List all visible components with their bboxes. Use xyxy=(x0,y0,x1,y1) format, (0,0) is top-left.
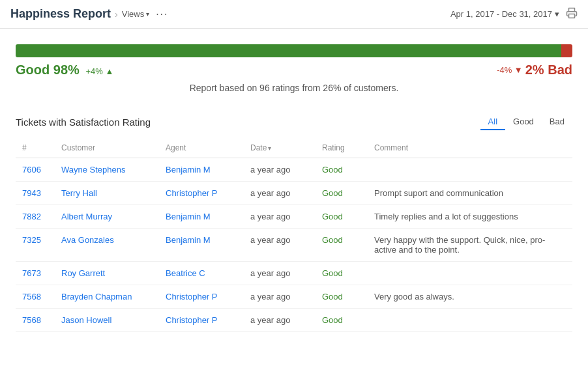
views-label: Views xyxy=(122,9,144,19)
cell-customer-3[interactable]: Ava Gonzales xyxy=(55,229,159,262)
col-header-rating: Rating xyxy=(316,138,368,158)
table-row: 7943 Terry Hall Christopher P a year ago… xyxy=(16,182,572,205)
good-percentage-label: Good 98% xyxy=(16,63,80,77)
table-row: 7606 Wayne Stephens Benjamin M a year ag… xyxy=(16,158,572,182)
bad-percentage-label: 2% Bad xyxy=(525,63,572,77)
filter-tab-good[interactable]: Good xyxy=(505,114,542,130)
cell-rating-5: Good xyxy=(316,285,368,309)
cell-agent-6[interactable]: Christopher P xyxy=(159,309,244,332)
cell-comment-3: Very happy with the support. Quick, nice… xyxy=(368,229,572,262)
good-progress-segment xyxy=(16,44,561,57)
cell-customer-4[interactable]: Roy Garrett xyxy=(55,262,159,285)
cell-comment-0 xyxy=(368,158,572,182)
table-row: 7673 Roy Garrett Beatrice C a year ago G… xyxy=(16,262,572,285)
cell-rating-4: Good xyxy=(316,262,368,285)
cell-rating-0: Good xyxy=(316,158,368,182)
views-arrow-icon: ▾ xyxy=(146,10,149,18)
breadcrumb-chevron: › xyxy=(115,9,118,20)
more-options-button[interactable]: ··· xyxy=(156,8,168,20)
bad-change-label: -4% ▼ xyxy=(497,65,523,75)
date-range-arrow-icon: ▾ xyxy=(555,9,559,19)
bad-progress-segment xyxy=(561,44,572,57)
filter-tab-bad[interactable]: Bad xyxy=(542,114,572,130)
cell-agent-0[interactable]: Benjamin M xyxy=(159,158,244,182)
summary-labels: Good 98% +4% ▲ -4% ▼ 2% Bad xyxy=(16,63,572,77)
cell-comment-2: Timely replies and a lot of suggestions xyxy=(368,205,572,229)
cell-date-2: a year ago xyxy=(244,205,316,229)
table-row: 7882 Albert Murray Benjamin M a year ago… xyxy=(16,205,572,229)
table-row: 7325 Ava Gonzales Benjamin M a year ago … xyxy=(16,229,572,262)
cell-date-5: a year ago xyxy=(244,285,316,309)
cell-ticket-3[interactable]: 7325 xyxy=(16,229,55,262)
satisfaction-progress-bar xyxy=(16,44,572,57)
good-change-label: +4% ▲ xyxy=(85,66,113,76)
cell-date-3: a year ago xyxy=(244,229,316,262)
cell-ticket-4[interactable]: 7673 xyxy=(16,262,55,285)
cell-rating-6: Good xyxy=(316,309,368,332)
cell-agent-2[interactable]: Benjamin M xyxy=(159,205,244,229)
cell-customer-2[interactable]: Albert Murray xyxy=(55,205,159,229)
app-header: Happiness Report › Views ▾ ··· Apr 1, 20… xyxy=(0,0,588,29)
table-row: 7568 Jason Howell Christopher P a year a… xyxy=(16,309,572,332)
table-header-row: Tickets with Satisfaction Rating All Goo… xyxy=(16,114,572,130)
summary-section: Good 98% +4% ▲ -4% ▼ 2% Bad Report based… xyxy=(0,29,588,104)
cell-comment-6 xyxy=(368,309,572,332)
tickets-table: # Customer Agent Date▾ Rating Comment 76… xyxy=(16,138,572,332)
bad-summary: -4% ▼ 2% Bad xyxy=(497,63,572,77)
table-header-row: # Customer Agent Date▾ Rating Comment xyxy=(16,138,572,158)
cell-customer-1[interactable]: Terry Hall xyxy=(55,182,159,205)
cell-rating-2: Good xyxy=(316,205,368,229)
cell-agent-4[interactable]: Beatrice C xyxy=(159,262,244,285)
date-sort-icon: ▾ xyxy=(268,145,271,152)
tickets-section: Tickets with Satisfaction Rating All Goo… xyxy=(0,104,588,343)
cell-comment-4 xyxy=(368,262,572,285)
views-button[interactable]: Views ▾ xyxy=(122,9,149,19)
cell-ticket-0[interactable]: 7606 xyxy=(16,158,55,182)
col-header-comment: Comment xyxy=(368,138,572,158)
cell-rating-1: Good xyxy=(316,182,368,205)
table-body: 7606 Wayne Stephens Benjamin M a year ag… xyxy=(16,158,572,332)
cell-ticket-2[interactable]: 7882 xyxy=(16,205,55,229)
col-header-customer: Customer xyxy=(55,138,159,158)
cell-ticket-1[interactable]: 7943 xyxy=(16,182,55,205)
cell-customer-6[interactable]: Jason Howell xyxy=(55,309,159,332)
col-header-date: Date▾ xyxy=(244,138,316,158)
cell-agent-5[interactable]: Christopher P xyxy=(159,285,244,309)
filter-tabs: All Good Bad xyxy=(480,114,572,130)
print-button[interactable] xyxy=(566,7,578,21)
filter-tab-all[interactable]: All xyxy=(480,114,505,130)
col-header-ticket: # xyxy=(16,138,55,158)
header-right-section: Apr 1, 2017 - Dec 31, 2017 ▾ xyxy=(450,7,578,21)
date-range-label: Apr 1, 2017 - Dec 31, 2017 xyxy=(450,9,552,19)
summary-description: Report based on 96 ratings from 26% of c… xyxy=(16,83,572,93)
col-header-agent: Agent xyxy=(159,138,244,158)
cell-date-1: a year ago xyxy=(244,182,316,205)
cell-date-4: a year ago xyxy=(244,262,316,285)
table-title: Tickets with Satisfaction Rating xyxy=(16,117,151,128)
cell-date-6: a year ago xyxy=(244,309,316,332)
cell-agent-3[interactable]: Benjamin M xyxy=(159,229,244,262)
cell-ticket-6[interactable]: 7568 xyxy=(16,309,55,332)
table-row: 7568 Brayden Chapman Christopher P a yea… xyxy=(16,285,572,309)
cell-customer-5[interactable]: Brayden Chapman xyxy=(55,285,159,309)
cell-date-0: a year ago xyxy=(244,158,316,182)
cell-agent-1[interactable]: Christopher P xyxy=(159,182,244,205)
table-head: # Customer Agent Date▾ Rating Comment xyxy=(16,138,572,158)
svg-rect-0 xyxy=(569,14,575,18)
page-title: Happiness Report xyxy=(10,7,111,21)
cell-comment-1: Prompt suport and communication xyxy=(368,182,572,205)
cell-customer-0[interactable]: Wayne Stephens xyxy=(55,158,159,182)
good-summary: Good 98% +4% ▲ xyxy=(16,63,113,77)
date-range-picker[interactable]: Apr 1, 2017 - Dec 31, 2017 ▾ xyxy=(450,9,559,19)
cell-ticket-5[interactable]: 7568 xyxy=(16,285,55,309)
cell-comment-5: Very good as always. xyxy=(368,285,572,309)
cell-rating-3: Good xyxy=(316,229,368,262)
